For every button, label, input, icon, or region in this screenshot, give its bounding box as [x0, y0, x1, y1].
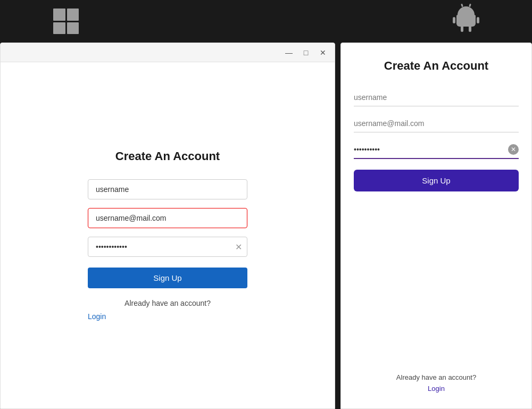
maximize-button[interactable]: □ [298, 46, 313, 59]
windows-panel: — □ ✕ Create An Account ✕ Sign Up Alread… [0, 43, 335, 409]
android-already-text: Already have an account? [396, 373, 476, 381]
window-titlebar: — □ ✕ [1, 43, 335, 62]
android-password-clear-button[interactable]: ✕ [508, 144, 519, 155]
windows-login-link[interactable]: Login [88, 312, 106, 321]
windows-username-input[interactable] [88, 179, 247, 199]
windows-form-area: Create An Account ✕ Sign Up Already have… [1, 62, 335, 408]
android-bottom-area: Already have an account? Login [341, 373, 531, 408]
android-icon [453, 6, 479, 36]
windows-password-clear-button[interactable]: ✕ [235, 242, 242, 252]
windows-email-field [88, 208, 247, 228]
android-panel: Create An Account ✕ Sign Up Already have… [340, 43, 532, 409]
android-signup-button[interactable]: Sign Up [354, 170, 519, 191]
windows-form-title: Create An Account [88, 149, 247, 163]
android-signup-form: Create An Account ✕ Sign Up [354, 59, 519, 202]
windows-email-input[interactable] [88, 208, 247, 228]
windows-username-field [88, 179, 247, 199]
content-area: — □ ✕ Create An Account ✕ Sign Up Alread… [0, 43, 532, 409]
android-login-link[interactable]: Login [428, 385, 445, 393]
minimize-button[interactable]: — [281, 46, 296, 59]
windows-icon [53, 9, 79, 34]
close-button[interactable]: ✕ [315, 46, 330, 59]
android-password-input[interactable] [354, 141, 508, 158]
windows-password-input[interactable] [88, 237, 247, 257]
windows-password-field: ✕ [88, 237, 247, 257]
android-password-field: ✕ [354, 141, 519, 159]
windows-already-text: Already have an account? [88, 299, 247, 307]
windows-signup-button[interactable]: Sign Up [88, 268, 247, 288]
android-form-title: Create An Account [354, 59, 519, 73]
top-bar [0, 0, 532, 43]
android-username-input[interactable] [354, 89, 519, 106]
android-form-area: Create An Account ✕ Sign Up [341, 43, 531, 216]
android-email-input[interactable] [354, 115, 519, 132]
windows-signup-form: Create An Account ✕ Sign Up Already have… [88, 149, 247, 321]
